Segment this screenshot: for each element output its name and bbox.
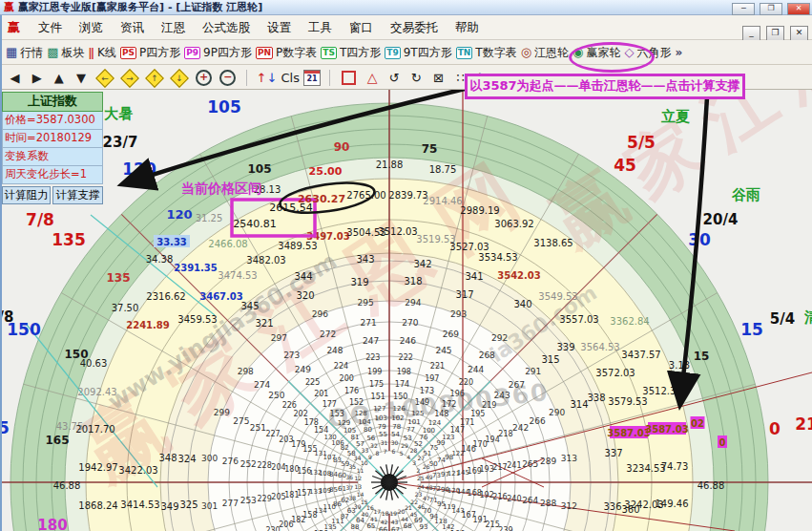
menu-item-工具[interactable]: 工具	[300, 15, 341, 39]
wheel-label: 45	[614, 156, 636, 175]
spiral-number: 174	[395, 380, 409, 389]
menu-item-江恩[interactable]: 江恩	[153, 15, 194, 39]
wheel-label: 315	[541, 354, 559, 365]
child-close-button[interactable]: ✕	[790, 26, 808, 41]
spiral-number: 5	[400, 450, 404, 457]
spiral-number: 216	[492, 493, 507, 501]
toolbar-button-winner-wheel[interactable]: ◉赢家轮	[573, 40, 620, 65]
toolbar-button-label: 行情	[20, 46, 43, 59]
spiral-number: 59	[341, 460, 349, 468]
spiral-number: 73	[432, 472, 441, 479]
wheel-label: 2391.35	[174, 263, 218, 273]
child-minimize-button[interactable]: _	[742, 26, 760, 41]
shift-right-icon[interactable]: →	[120, 69, 139, 88]
nav-right-icon[interactable]: ▶	[28, 66, 46, 90]
winner-wheel-icon: ◉	[573, 40, 583, 64]
window-left-edge	[0, 15, 2, 531]
toolbar-button-p-square[interactable]: PSP四方形	[120, 41, 180, 65]
toolbar-button-t-square[interactable]: TST四方形	[321, 41, 381, 65]
toolbar-button-hexagon[interactable]: ◇六角形	[624, 40, 671, 65]
calendar-icon[interactable]: 21	[303, 70, 321, 86]
updown-marker-icon[interactable]: ↑↓	[257, 66, 278, 90]
spiral-number: 222	[399, 353, 413, 362]
spiral-number: 224	[334, 362, 348, 371]
spiral-number: 173	[420, 387, 434, 395]
menu-item-公式选股[interactable]: 公式选股	[194, 15, 259, 39]
wheel-label: 165	[45, 434, 69, 447]
spiral-number: 65	[366, 522, 375, 530]
spiral-number: 105	[344, 427, 356, 435]
spiral-number: 172	[442, 400, 456, 409]
menu-item-窗口[interactable]: 窗口	[341, 15, 382, 39]
nav-up-icon[interactable]: ▲	[50, 66, 68, 90]
menu-item-文件[interactable]: 文件	[30, 15, 71, 39]
spiral-number: 67	[391, 526, 400, 531]
zoom-in-icon[interactable]: +	[196, 70, 212, 86]
menu-item-设置[interactable]: 设置	[259, 15, 300, 39]
zoom-out-icon[interactable]: −	[219, 70, 236, 86]
spiral-number: 14	[357, 491, 364, 498]
toolbar-button-9t-square[interactable]: T99T四方形	[385, 41, 451, 65]
window-controls: ─ ❐ ✕	[731, 0, 810, 11]
toolbar-button-t-table[interactable]: TNT数字表	[456, 41, 517, 65]
spiral-number: 171	[460, 418, 474, 427]
rotate-ccw-icon[interactable]: ↺	[385, 66, 404, 90]
toolbar-button-p-table[interactable]: PNP数字表	[256, 41, 317, 65]
wheel-label: 20/4	[703, 211, 739, 228]
title-bar[interactable]: 赢赢家江恩专业版[赢家服务平台] - [上证指数 江恩轮] ─ ❐ ✕	[0, 0, 812, 15]
wheel-label: 2017.70	[75, 424, 115, 435]
menu-item-浏览[interactable]: 浏览	[71, 15, 112, 39]
toolbar-button-sectors[interactable]: ▩板块	[47, 40, 84, 65]
spiral-number: 52	[414, 440, 423, 448]
toolbar-overflow-chevron[interactable]: »	[675, 46, 682, 59]
spiral-number: 61	[338, 485, 346, 493]
wheel-label: 314	[570, 399, 588, 410]
spiral-number: 101	[407, 418, 420, 426]
shift-down-icon[interactable]: ↓	[170, 69, 189, 88]
spiral-number: 200	[340, 374, 354, 383]
shift-left-icon[interactable]: ←	[95, 69, 115, 88]
toolbar-button-label: 江恩轮	[534, 46, 569, 59]
triangle-tool-icon[interactable]: △	[364, 66, 382, 90]
toolbar-button-quotes[interactable]: ▦行情	[6, 40, 43, 65]
gann-wheel-icon: ◎	[521, 40, 531, 64]
toolbar-button-gann-wheel[interactable]: ◎江恩轮	[521, 40, 569, 65]
cls-button[interactable]: Cls	[281, 66, 300, 90]
wheel-label: 3557.03	[559, 314, 598, 325]
spiral-number: 295	[358, 298, 374, 308]
circled-price-value: 2630.27	[298, 193, 345, 205]
wheel-label: 2092.43	[77, 387, 116, 397]
minimize-button[interactable]: ─	[732, 3, 755, 15]
calc-support-button[interactable]: 计算支撑	[52, 186, 103, 204]
square-tool-icon[interactable]	[342, 71, 356, 85]
menu-item-交易委托[interactable]: 交易委托	[382, 15, 447, 39]
toolbar-button-kline[interactable]: ǁK线	[89, 40, 116, 65]
calc-resistance-button[interactable]: 计算阻力	[2, 186, 51, 204]
close-button[interactable]: ✕	[787, 3, 810, 15]
wheel-label: 3512.30	[642, 386, 681, 396]
spiral-number: 17	[374, 508, 382, 515]
rotate-cw-icon[interactable]: ↻	[407, 66, 426, 90]
spiral-number: 195	[470, 410, 485, 418]
shift-up-icon[interactable]: ↑	[145, 69, 164, 88]
toolbar-button-9p-square[interactable]: P99P四方形	[184, 41, 252, 65]
menu-item-资讯[interactable]: 资讯	[112, 15, 153, 39]
spiral-number: 272	[320, 329, 336, 339]
nav-down-icon[interactable]: ▼	[72, 66, 90, 90]
spiral-number: 297	[271, 333, 287, 343]
spiral-number: 149	[415, 398, 429, 407]
nav-left-icon[interactable]: ◀	[6, 66, 24, 90]
wheel-label: 3534.53	[478, 252, 517, 263]
child-restore-button[interactable]: ❐	[766, 26, 784, 41]
menu-item-帮助[interactable]: 帮助	[447, 15, 488, 39]
wheel-label: 25.00	[309, 165, 343, 178]
highlighted-support-value: 3587.03	[607, 428, 651, 438]
app-logo-icon: 赢	[4, 1, 14, 13]
wheel-label: 3542.03	[497, 270, 541, 281]
delete-box-icon[interactable]: ⊠	[429, 66, 448, 90]
wheel-label: 338	[587, 393, 605, 403]
maximize-button[interactable]: ❐	[760, 3, 782, 15]
wheel-label: 320	[296, 290, 314, 301]
toolbar-button-label: 板块	[62, 46, 85, 59]
highlighted-support-value: 02	[691, 418, 704, 429]
